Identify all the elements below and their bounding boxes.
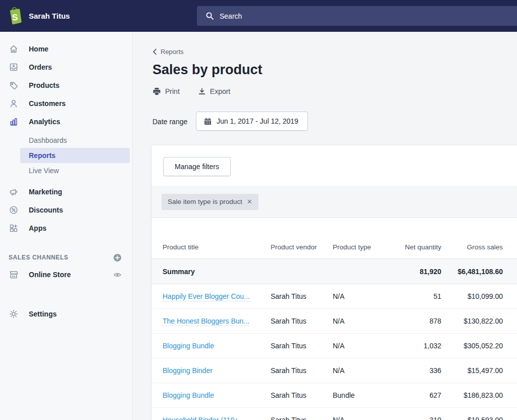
main-content: Reports Sales by product Print Export — [133, 32, 517, 420]
sidebar-item-apps[interactable]: Apps — [0, 221, 132, 235]
person-icon — [9, 98, 19, 109]
topbar: S Sarah Titus Search — [0, 0, 517, 32]
sidebar-item-label: Settings — [29, 310, 57, 318]
net-quantity-cell: 51 — [404, 292, 441, 300]
product-title-link[interactable]: The Honest Bloggers Bun... — [163, 317, 249, 326]
product-type-cell: N/A — [333, 292, 404, 300]
orders-icon — [9, 62, 19, 72]
table-row: Blogging Bundle Sarah Titus Bundle 627 $… — [151, 383, 517, 408]
remove-filter-icon[interactable]: ✕ — [247, 198, 252, 205]
manage-filters-button[interactable]: Manage filters — [163, 157, 231, 176]
sidebar-item-reports[interactable]: Reports — [20, 148, 130, 163]
sidebar: Home Orders Products Customers — [0, 32, 133, 420]
page-title: Sales by product — [152, 62, 263, 78]
print-button[interactable]: Print — [152, 87, 180, 95]
sidebar-item-label: Home — [29, 45, 48, 53]
product-type-cell: N/A — [333, 416, 404, 420]
table-row: Happily Ever Blogger Cou... Sarah Titus … — [151, 284, 517, 309]
product-title-link[interactable]: Blogging Bundle — [163, 391, 214, 399]
sales-channels-label: SALES CHANNELS — [9, 254, 68, 261]
printer-icon — [152, 87, 161, 95]
add-channel-icon[interactable] — [113, 253, 122, 262]
sidebar-item-discounts[interactable]: Discounts — [0, 203, 132, 217]
table-row: The Honest Bloggers Bun... Sarah Titus N… — [151, 309, 517, 334]
sidebar-item-label: Live View — [29, 167, 59, 175]
calendar-icon — [203, 117, 212, 126]
view-store-eye-icon[interactable] — [113, 270, 122, 280]
svg-text:S: S — [12, 13, 18, 23]
product-type-cell: N/A — [333, 366, 404, 375]
product-type-cell: N/A — [333, 342, 404, 350]
gross-sales-cell: $15,497.00 — [441, 366, 503, 375]
print-label: Print — [165, 87, 180, 95]
breadcrumb-label: Reports — [161, 48, 184, 56]
sidebar-item-label: Orders — [29, 63, 52, 71]
sidebar-item-live-view[interactable]: Live View — [20, 163, 130, 178]
date-range-picker[interactable]: Jun 1, 2017 - Jul 12, 2019 — [196, 112, 308, 131]
product-vendor-cell: Sarah Titus — [271, 391, 333, 399]
sidebar-item-marketing[interactable]: Marketing — [0, 185, 132, 199]
product-title-link[interactable]: Blogging Binder — [163, 366, 213, 375]
filter-chip-label: Sale item type is product — [168, 198, 242, 205]
discount-icon — [9, 205, 19, 215]
gross-sales-cell: $186,823.00 — [441, 391, 503, 399]
product-vendor-cell: Sarah Titus — [271, 366, 333, 375]
net-quantity-cell: 310 — [404, 416, 441, 420]
column-header-gross-sales[interactable]: Gross sales — [441, 243, 503, 251]
product-title-link[interactable]: Happily Ever Blogger Cou... — [163, 292, 250, 301]
sidebar-item-customers[interactable]: Customers — [0, 96, 132, 111]
column-header-net-quantity[interactable]: Net quantity — [404, 243, 441, 251]
table-row: Blogging Bundle Sarah Titus N/A 1,032 $3… — [151, 334, 517, 358]
analytics-subnav: Dashboards Reports Live View — [0, 133, 132, 178]
sidebar-item-products[interactable]: Products — [0, 78, 132, 92]
product-title-link[interactable]: Blogging Bundle — [163, 342, 214, 350]
sidebar-item-label: Customers — [29, 99, 66, 108]
date-range-value: Jun 1, 2017 - Jul 12, 2019 — [217, 117, 298, 125]
date-range-label: Date range — [152, 118, 187, 126]
sidebar-item-label: Dashboards — [29, 136, 67, 144]
gross-sales-cell: $305,052.20 — [441, 342, 503, 350]
download-icon — [198, 87, 206, 95]
product-type-cell: Bundle — [333, 391, 404, 399]
applied-filters-bar: Sale item type is product ✕ — [151, 186, 517, 218]
sidebar-item-orders[interactable]: Orders — [0, 60, 132, 74]
analytics-icon — [9, 117, 19, 127]
sidebar-item-label: Marketing — [29, 188, 62, 196]
breadcrumb[interactable]: Reports — [152, 48, 184, 56]
table-row: Blogging Binder Sarah Titus N/A 336 $15,… — [151, 358, 517, 383]
filter-chip[interactable]: Sale item type is product ✕ — [162, 194, 258, 210]
sidebar-item-dashboards[interactable]: Dashboards — [20, 133, 130, 148]
net-quantity-cell: 878 — [404, 317, 441, 325]
column-header-product-vendor[interactable]: Product vendor — [271, 243, 333, 251]
sidebar-item-label: Products — [29, 81, 60, 89]
summary-gross-sales: $6,481,108.60 — [441, 268, 503, 276]
sidebar-item-label: Discounts — [29, 206, 63, 214]
shopify-logo-icon[interactable]: S — [8, 6, 23, 25]
sidebar-item-online-store[interactable]: Online Store — [0, 268, 132, 282]
summary-label: Summary — [163, 268, 271, 276]
sidebar-item-analytics[interactable]: Analytics — [0, 115, 132, 129]
sales-channels-header: SALES CHANNELS — [0, 253, 132, 261]
sidebar-item-settings[interactable]: Settings — [0, 307, 132, 321]
gear-icon — [9, 309, 19, 319]
chevron-left-icon — [152, 48, 157, 55]
storefront-icon — [9, 270, 19, 280]
net-quantity-cell: 336 — [404, 366, 441, 375]
home-icon — [9, 44, 19, 54]
product-title-link[interactable]: Household Binder (110+... — [163, 416, 244, 420]
column-header-product-title[interactable]: Product title — [163, 243, 271, 251]
table-header-row: Product title Product vendor Product typ… — [151, 218, 517, 259]
export-button[interactable]: Export — [198, 87, 230, 95]
sidebar-item-label: Online Store — [29, 271, 102, 279]
tag-icon — [9, 80, 19, 90]
sidebar-item-label: Apps — [29, 224, 46, 232]
product-vendor-cell: Sarah Titus — [271, 317, 333, 325]
summary-row: Summary 81,920 $6,481,108.60 — [151, 259, 517, 284]
search-input[interactable]: Search — [197, 6, 517, 26]
net-quantity-cell: 1,032 — [404, 342, 441, 350]
column-header-product-type[interactable]: Product type — [333, 243, 404, 251]
export-label: Export — [210, 87, 230, 95]
store-name: Sarah Titus — [29, 0, 70, 32]
table-row: Household Binder (110+... Sarah Titus N/… — [151, 408, 517, 420]
sidebar-item-home[interactable]: Home — [0, 42, 132, 56]
